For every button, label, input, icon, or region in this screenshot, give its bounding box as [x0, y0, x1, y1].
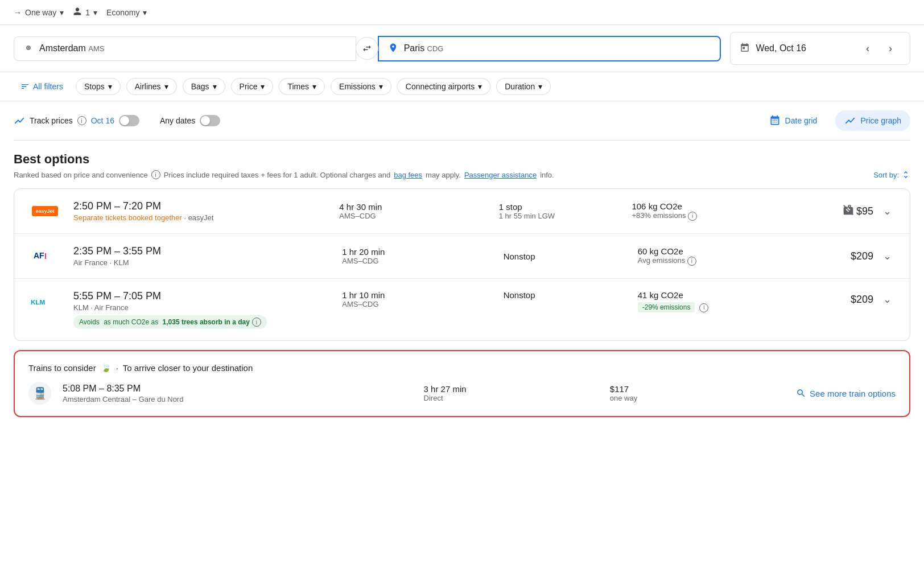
connecting-airports-filter[interactable]: Connecting airports ▾: [397, 78, 490, 95]
price-filter[interactable]: Price ▾: [231, 78, 274, 95]
easyjet-expand-button[interactable]: ⌄: [878, 202, 896, 220]
cabin-class-selector[interactable]: Economy ▾: [106, 8, 147, 17]
bags-filter[interactable]: Bags ▾: [183, 78, 225, 95]
destination-field[interactable]: Paris CDG: [378, 36, 721, 61]
times-chevron: ▾: [312, 82, 316, 91]
flight-row[interactable]: KLM 5:55 PM – 7:05 PM KLM · Air France A…: [14, 279, 910, 340]
sort-icon: [901, 170, 910, 179]
top-bar: → One way ▾ 1 ▾ Economy ▾: [0, 0, 924, 25]
train-times: 5:08 PM – 8:35 PM Amsterdam Centraal – G…: [63, 384, 412, 403]
flight-row[interactable]: AF 2:35 PM – 3:55 PM Air France · KLM 1 …: [14, 234, 910, 279]
klm-expand-button[interactable]: ⌄: [878, 290, 896, 308]
track-prices-label: Track prices: [30, 116, 73, 125]
passengers-count: 1: [85, 8, 90, 17]
train-row[interactable]: 🚆 5:08 PM – 8:35 PM Amsterdam Centraal –…: [28, 382, 896, 405]
emissions-info-icon[interactable]: i: [688, 212, 697, 221]
sort-by-button[interactable]: Sort by:: [873, 170, 910, 179]
cabin-class-label: Economy: [106, 8, 139, 17]
train-time-range: 5:08 PM – 8:35 PM: [63, 384, 412, 394]
easyjet-price: $95 ⌄: [831, 202, 896, 220]
bag-fees-link[interactable]: bag fees: [394, 171, 422, 179]
trains-subtitle: To arrive closer to your destination: [123, 363, 253, 373]
trees-info-icon[interactable]: i: [252, 318, 261, 327]
klm-emissions-info[interactable]: i: [699, 303, 708, 312]
trees-badge: Avoids as much CO2e as 1,035 trees absor…: [73, 315, 267, 329]
duration-filter[interactable]: Duration ▾: [496, 78, 551, 95]
stops-filter[interactable]: Stops ▾: [76, 78, 121, 95]
prev-date-button[interactable]: ‹: [857, 38, 878, 59]
easyjet-duration: 4 hr 30 min AMS–CDG: [339, 202, 498, 220]
flights-list: easyJet 2:50 PM – 7:20 PM Separate ticke…: [14, 188, 910, 341]
airlines-chevron: ▾: [164, 82, 168, 91]
svg-point-1: [28, 47, 30, 48]
connecting-airports-label: Connecting airports: [406, 82, 475, 91]
any-dates-label: Any dates: [160, 116, 195, 125]
connecting-airports-chevron: ▾: [478, 82, 482, 91]
date-toggle-label: Oct 16: [91, 116, 114, 125]
bags-chevron: ▾: [213, 82, 217, 91]
arrow-right-icon: →: [14, 8, 22, 17]
date-field[interactable]: Wed, Oct 16 ‹ ›: [730, 32, 910, 65]
filters-bar: All filters Stops ▾ Airlines ▾ Bags ▾ Pr…: [0, 72, 924, 101]
svg-text:AF: AF: [34, 251, 44, 260]
next-date-button[interactable]: ›: [880, 38, 901, 59]
origin-value: Amsterdam AMS: [39, 43, 104, 53]
af-price: $209 ⌄: [839, 247, 896, 265]
af-expand-button[interactable]: ⌄: [878, 247, 896, 265]
subtitle-text: Ranked based on price and convenience: [14, 171, 148, 179]
passengers-chevron: ▾: [93, 8, 97, 17]
trains-title: Trains to consider: [28, 363, 96, 373]
af-emissions-info[interactable]: i: [687, 257, 696, 266]
flight-row[interactable]: easyJet 2:50 PM – 7:20 PM Separate ticke…: [14, 189, 910, 234]
swap-button[interactable]: [356, 37, 378, 60]
emissions-filter-label: Emissions: [339, 82, 376, 91]
train-duration: 3 hr 27 min Direct: [424, 384, 599, 402]
may-apply: may apply.: [426, 171, 461, 179]
flight-times-easyjet: 2:50 PM – 7:20 PM Separate tickets booke…: [73, 200, 339, 222]
flight-times-klm: 5:55 PM – 7:05 PM KLM · Air France Avoid…: [73, 290, 342, 329]
klm-emissions: 41 kg CO2e -29% emissions i: [638, 290, 839, 312]
klm-logo: KLM: [28, 292, 62, 310]
klm-stops: Nonstop: [504, 290, 638, 300]
trip-type-selector[interactable]: → One way ▾: [14, 8, 64, 17]
airlines-filter[interactable]: Airlines ▾: [126, 78, 177, 95]
date-grid-button[interactable]: Date grid: [760, 110, 827, 131]
results-section: Best options Ranked based on price and c…: [0, 152, 924, 417]
price-graph-label: Price graph: [860, 116, 901, 125]
emissions-chevron: ▾: [379, 82, 383, 91]
price-note: Prices include required taxes + fees for…: [164, 171, 391, 179]
trains-section: Trains to consider 🍃 · To arrive closer …: [14, 350, 910, 417]
subtitle-info-icon[interactable]: i: [151, 170, 160, 179]
see-more-trains-button[interactable]: See more train options: [796, 388, 896, 398]
train-duration-text: 3 hr 27 min: [424, 384, 599, 394]
duration-filter-label: Duration: [505, 82, 535, 91]
any-dates-switch[interactable]: [200, 115, 220, 126]
easyjet-emissions: 106 kg CO2e +83% emissions i: [632, 201, 831, 221]
calendar-icon: [740, 43, 750, 55]
train-price-type: one way: [610, 394, 785, 402]
track-bar: Track prices i Oct 16 Any dates Date gri…: [0, 101, 924, 140]
af-duration: 1 hr 20 min AMS–CDG: [342, 247, 503, 265]
view-options: Date grid Price graph: [760, 110, 910, 131]
info-text: info.: [540, 171, 554, 179]
origin-icon: [23, 43, 34, 55]
emissions-badge: -29% emissions: [638, 302, 695, 312]
track-info-icon[interactable]: i: [77, 116, 86, 125]
best-options-title: Best options: [14, 152, 89, 166]
search-bar: Amsterdam AMS Paris CDG Wed, Oct 16 ‹ ›: [0, 25, 924, 72]
leaf-icon: 🍃: [101, 362, 112, 373]
emissions-filter[interactable]: Emissions ▾: [331, 78, 391, 95]
af-price-text: $209: [851, 250, 873, 262]
date-toggle-switch[interactable]: [119, 115, 139, 126]
times-filter[interactable]: Times ▾: [279, 78, 325, 95]
best-options-subtitle: Ranked based on price and convenience i …: [14, 170, 910, 179]
passenger-assistance-link[interactable]: Passenger assistance: [464, 171, 537, 179]
date-toggle: Oct 16: [91, 115, 139, 126]
passengers-selector[interactable]: 1 ▾: [73, 7, 97, 18]
date-grid-label: Date grid: [785, 116, 818, 125]
price-graph-button[interactable]: Price graph: [835, 110, 910, 131]
origin-field[interactable]: Amsterdam AMS: [14, 36, 356, 61]
af-airline: Air France · KLM: [73, 258, 342, 267]
price-chevron: ▾: [261, 82, 265, 91]
all-filters-button[interactable]: All filters: [14, 79, 70, 94]
